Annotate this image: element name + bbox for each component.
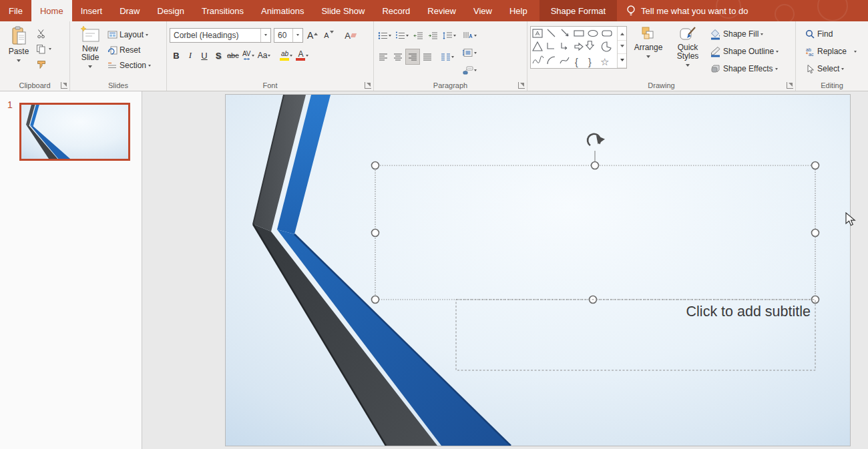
drawing-dialog-launcher[interactable] [787, 82, 793, 89]
tab-help[interactable]: Help [501, 0, 536, 21]
font-name-combobox[interactable]: Corbel (Headings) [170, 28, 271, 43]
shape-gallery[interactable]: { } ☆ [530, 26, 627, 69]
align-text-button[interactable] [461, 45, 478, 60]
find-icon [805, 29, 815, 39]
strikethrough-button[interactable]: abc [226, 48, 240, 63]
quick-styles-button[interactable]: Quick Styles [670, 24, 706, 77]
shape-gallery-scrollbar[interactable] [617, 27, 626, 68]
align-left-button[interactable] [377, 49, 390, 64]
arrange-icon [641, 26, 656, 42]
font-size-combobox[interactable]: 60 [274, 28, 303, 43]
reset-icon [107, 46, 118, 55]
shape-fill-button[interactable]: Shape Fill [710, 27, 779, 41]
slide-1-thumbnail[interactable] [19, 103, 130, 161]
shape-fill-icon [710, 29, 721, 40]
format-painter-button[interactable] [35, 57, 53, 71]
font-name-dropdown-icon [260, 29, 270, 42]
justify-icon [423, 53, 432, 61]
font-color-swatch [296, 58, 305, 61]
lightbulb-icon [626, 5, 636, 17]
find-button[interactable]: Find [805, 27, 868, 41]
font-color-glyph: A [298, 51, 303, 57]
slide-canvas[interactable]: Click to add subtitle [226, 95, 850, 446]
columns-button[interactable] [439, 49, 455, 64]
align-center-button[interactable] [391, 49, 405, 64]
handle-bottom-left[interactable] [372, 296, 379, 304]
grow-font-button[interactable]: A [306, 28, 319, 43]
gallery-scroll-down[interactable] [618, 41, 626, 55]
layout-button[interactable]: Layout [107, 28, 151, 41]
tab-view[interactable]: View [465, 0, 501, 21]
quick-styles-dropdown-icon [686, 64, 690, 69]
subtitle-prompt-text[interactable]: Click to add subtitle [686, 304, 811, 320]
font-dialog-launcher[interactable] [365, 82, 371, 89]
convert-to-smartart-button[interactable] [461, 63, 478, 77]
text-shadow-button[interactable]: S [212, 48, 225, 63]
tab-insert[interactable]: Insert [72, 0, 112, 21]
smartart-dropdown-icon [474, 69, 477, 73]
shape-outline-button[interactable]: Shape Outline [710, 45, 779, 58]
tab-home[interactable]: Home [31, 0, 72, 21]
tab-design[interactable]: Design [149, 0, 193, 21]
copy-icon [36, 44, 46, 54]
star-shape: ☆ [600, 56, 609, 67]
ribbon-tab-bar: File Home Insert Draw Design Transitions… [0, 0, 868, 21]
bold-button[interactable]: B [170, 48, 183, 63]
change-case-button[interactable]: Aa [256, 48, 272, 63]
select-label: Select [817, 64, 839, 73]
tab-slide-show[interactable]: Slide Show [312, 0, 373, 21]
tab-record[interactable]: Record [373, 0, 419, 21]
tab-review[interactable]: Review [419, 0, 465, 21]
section-button[interactable]: Section [107, 59, 151, 72]
font-color-button[interactable]: A [294, 48, 310, 63]
shrink-font-button[interactable]: A [322, 28, 335, 43]
group-editing: Find ab ac Replace Select Editing [796, 21, 868, 91]
character-spacing-button[interactable]: AV [241, 48, 256, 63]
tab-draw[interactable]: Draw [111, 0, 148, 21]
handle-top-left[interactable] [372, 162, 379, 169]
layout-label: Layout [120, 30, 144, 39]
italic-button[interactable]: I [184, 48, 197, 63]
justify-button[interactable] [421, 49, 434, 64]
align-text-icon [463, 48, 473, 57]
handle-top-center[interactable] [592, 162, 599, 169]
clear-formatting-glyph: A [345, 31, 351, 41]
copy-button[interactable] [35, 42, 53, 56]
handle-mid-right[interactable] [812, 230, 819, 237]
paste-dropdown-icon [17, 59, 21, 64]
replace-button[interactable]: ab ac Replace [805, 45, 868, 58]
paste-button[interactable]: Paste [3, 24, 35, 77]
clipboard-dialog-launcher[interactable] [61, 82, 67, 89]
increase-indent-button[interactable] [426, 28, 439, 43]
gallery-more-button[interactable] [618, 54, 626, 68]
decrease-indent-button[interactable] [411, 28, 425, 43]
select-button[interactable]: Select [805, 62, 868, 75]
tab-transitions[interactable]: Transitions [193, 0, 252, 21]
text-highlight-button[interactable]: ab [278, 48, 294, 63]
tab-shape-format[interactable]: Shape Format [539, 0, 617, 21]
find-label: Find [817, 29, 833, 39]
paste-label: Paste [9, 47, 29, 56]
shape-effects-button[interactable]: Shape Effects [710, 62, 779, 75]
reset-label: Reset [120, 45, 140, 55]
clear-formatting-button[interactable]: A [343, 28, 357, 43]
bullets-button[interactable] [377, 28, 393, 43]
shrink-font-glyph: A [324, 31, 329, 39]
line-spacing-button[interactable] [441, 28, 457, 43]
handle-mid-left[interactable] [372, 230, 379, 237]
arrange-dropdown-icon [646, 55, 650, 60]
tab-animations[interactable]: Animations [252, 0, 312, 21]
reset-button[interactable]: Reset [107, 43, 151, 57]
new-slide-button[interactable]: New Slide [73, 24, 107, 77]
handle-top-right[interactable] [812, 162, 819, 169]
arrange-button[interactable]: Arrange [631, 24, 666, 77]
paragraph-dialog-launcher[interactable] [518, 82, 525, 89]
align-right-button[interactable] [406, 49, 419, 64]
text-direction-button[interactable] [461, 28, 478, 43]
tab-file[interactable]: File [0, 0, 31, 21]
numbering-button[interactable] [394, 28, 410, 43]
paragraph-group-label: Paragraph [374, 81, 527, 89]
cut-button[interactable] [35, 27, 53, 41]
gallery-scroll-up[interactable] [618, 27, 626, 41]
underline-button[interactable]: U [198, 48, 211, 63]
